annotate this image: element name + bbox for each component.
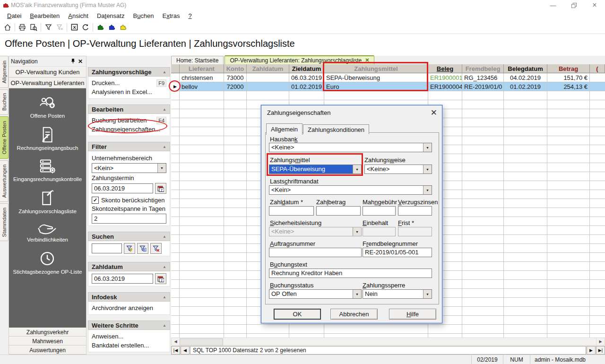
first-record-icon[interactable]: |◀: [171, 346, 180, 355]
menu-ansicht[interactable]: Ansicht: [64, 11, 93, 20]
zahlungsmittel-select[interactable]: SEPA-Überweisung▼: [269, 165, 362, 174]
hilfe-button[interactable]: Hilfe: [389, 309, 436, 320]
column-header-betrag[interactable]: Betrag: [547, 64, 590, 73]
skontozeitspanne-input[interactable]: 2: [92, 214, 166, 224]
excel-icon[interactable]: X: [69, 22, 80, 33]
module-tab-offene-posten[interactable]: Offene Posten: [0, 116, 9, 159]
menu-datensatz[interactable]: Datensatz: [93, 11, 129, 20]
puzzle-green-icon[interactable]: [95, 22, 106, 33]
module-tab-auswertungen[interactable]: Auswertungen: [0, 160, 9, 202]
zahlungssperre-select[interactable]: Nein▼: [363, 289, 432, 299]
table-row-selected[interactable]: ▶ bellov 72000 01.02.2019 Euro ER1900004…: [171, 82, 605, 91]
print-icon[interactable]: [17, 22, 28, 33]
menu-extras[interactable]: Extras: [158, 11, 184, 20]
column-header-lieferant[interactable]: Lieferant: [180, 64, 224, 73]
zahlungseigenschaften-link[interactable]: Zahlungseigenschaften...: [92, 126, 160, 133]
column-header-fremdbeleg[interactable]: Fremdbeleg: [462, 64, 504, 73]
dialog-tab-allgemein[interactable]: Allgemein: [266, 123, 302, 135]
column-header-beleg[interactable]: Beleg: [428, 64, 462, 73]
nav-group-mahnwesen[interactable]: Mahnwesen: [9, 337, 86, 346]
mahngebuehr-field[interactable]: [363, 206, 396, 216]
filter-apply-icon[interactable]: [124, 243, 135, 254]
nav-item-offene-posten[interactable]: Offene Posten: [30, 95, 65, 119]
close-icon[interactable]: ✕: [77, 58, 84, 65]
next-record-icon[interactable]: ▶: [587, 346, 596, 355]
fremdbelegnummer-field[interactable]: RE-2019/01/05-001: [363, 248, 432, 257]
dialog-close-icon[interactable]: ✕: [431, 108, 437, 118]
search-input[interactable]: [92, 243, 122, 253]
calendar-icon[interactable]: 7: [155, 183, 166, 194]
abbrechen-button[interactable]: Abbrechen: [330, 309, 378, 320]
drucken-link[interactable]: Drucken...: [92, 79, 120, 87]
column-header-zahlungsmittel[interactable]: Zahlungsmittel: [324, 64, 428, 73]
dialog-tab-zahlungskonditionen[interactable]: Zahlungskonditionen: [303, 124, 369, 134]
filter-remove-icon[interactable]: [150, 243, 162, 254]
puzzle-blue-icon[interactable]: [106, 22, 117, 33]
skonto-checkbox[interactable]: ✓: [92, 197, 99, 204]
close-tab-icon[interactable]: ✕: [365, 57, 369, 63]
table-row[interactable]: christensen 73000 06.03.2019 SEPA-Überwe…: [171, 73, 605, 82]
previous-record-icon[interactable]: ◀: [181, 346, 190, 355]
zahldatum-field[interactable]: [269, 206, 314, 216]
ok-button[interactable]: OK: [274, 309, 321, 320]
nav-group-auswertungen[interactable]: Auswertungen: [9, 346, 86, 355]
section-header-weitere-schritte[interactable]: Weitere Schritte▲: [88, 321, 170, 330]
minimize-button[interactable]: —: [543, 0, 563, 10]
menu-help[interactable]: ?: [184, 11, 196, 20]
unternehmensbereich-select[interactable]: <Kein> ▼: [92, 163, 166, 173]
nav-item-rechnungseingangsbuch[interactable]: Rechnungseingangsbuch: [17, 126, 78, 151]
restore-button[interactable]: [563, 0, 584, 10]
buchung-bearbeiten-link[interactable]: Buchung bearbeiten: [92, 117, 147, 124]
zahlungstermin-input[interactable]: 06.03.2019: [92, 183, 153, 193]
scroll-left-icon[interactable]: ◀: [172, 338, 180, 345]
nav-group-op-verwaltung-lieferanten[interactable]: OP-Verwaltung Lieferanten: [9, 78, 86, 88]
section-header-zahldatum[interactable]: Zahldatum▲: [88, 262, 170, 271]
anweisen-link[interactable]: Anweisen...: [92, 333, 123, 340]
section-header-filter[interactable]: Filter▲: [88, 142, 170, 151]
module-tab-allgemein[interactable]: Allgemein: [0, 56, 9, 88]
verzugszinsen-field[interactable]: [398, 206, 432, 216]
section-header-infodesk[interactable]: Infodesk▲: [88, 292, 170, 302]
module-tab-stammdaten[interactable]: Stammdaten: [0, 203, 9, 241]
buchungstext-field[interactable]: Rechnung Kreditor Haben: [269, 269, 432, 278]
column-header-zahldatum[interactable]: Zahldatum: [247, 64, 289, 73]
nav-item-stichtagsbezogene-op-liste[interactable]: Stichtagsbezogene OP-Liste: [13, 250, 82, 275]
lastschriftmandat-select[interactable]: <Kein>▼: [269, 185, 432, 195]
column-header-partial[interactable]: (: [590, 64, 605, 73]
close-button[interactable]: ×: [584, 0, 605, 10]
menu-datei[interactable]: Datei: [3, 11, 26, 20]
section-header-zahlungsvorschlaege[interactable]: Zahlungsvorschläge▲: [88, 67, 170, 77]
filter-icon[interactable]: [43, 22, 54, 33]
auftragsnummer-field[interactable]: [269, 248, 362, 257]
last-record-icon[interactable]: ▶|: [596, 346, 605, 355]
section-header-bearbeiten[interactable]: Bearbeiten▲: [88, 104, 170, 114]
module-tab-buchen[interactable]: Buchen: [0, 89, 9, 115]
bankdatei-link[interactable]: Bankdatei erstellen...: [92, 342, 149, 349]
zahlbetrag-field[interactable]: [316, 206, 361, 216]
calendar-icon[interactable]: 7: [155, 273, 166, 284]
tab-home-startseite[interactable]: Home: Startseite: [171, 56, 224, 64]
menu-bearbeiten[interactable]: Bearbeiten: [26, 11, 64, 20]
nav-item-zahlungsvorschlagsliste[interactable]: Zahlungsvorschlagsliste: [18, 190, 77, 214]
horizontal-scrollbar[interactable]: ◀ ▶: [171, 338, 605, 346]
buchungsstatus-select[interactable]: OP Offen▼: [269, 289, 362, 299]
menu-buchen[interactable]: Buchen: [129, 11, 158, 20]
print-preview-icon[interactable]: [28, 22, 39, 33]
refresh-icon[interactable]: [80, 22, 91, 33]
column-header-belegdatum[interactable]: Belegdatum: [504, 64, 547, 73]
column-header-zieldatum[interactable]: Zieldatum: [289, 64, 324, 73]
archivordner-link[interactable]: Archivordner anzeigen: [92, 304, 153, 312]
scroll-right-icon[interactable]: ▶: [596, 338, 605, 345]
chevron-down-icon[interactable]: ▼: [157, 164, 166, 173]
home-icon[interactable]: [2, 22, 13, 33]
nav-group-zahlungsverkehr[interactable]: Zahlungsverkehr: [9, 328, 86, 337]
nav-group-op-verwaltung-kunden[interactable]: OP-Verwaltung Kunden: [9, 67, 86, 78]
puzzle-yellow-icon[interactable]: [117, 22, 129, 33]
analysieren-link[interactable]: Analysieren in Excel...: [92, 88, 152, 95]
pin-icon[interactable]: [69, 58, 77, 65]
hausbank-select[interactable]: <Keine>▼: [269, 143, 432, 152]
section-header-suchen[interactable]: Suchen▲: [88, 232, 170, 241]
zahlungsweise-select[interactable]: <Keine>▼: [364, 165, 432, 174]
nav-item-verbindlichkeiten[interactable]: Verbindlichkeiten: [27, 222, 68, 243]
filter-list-icon[interactable]: [137, 243, 148, 254]
